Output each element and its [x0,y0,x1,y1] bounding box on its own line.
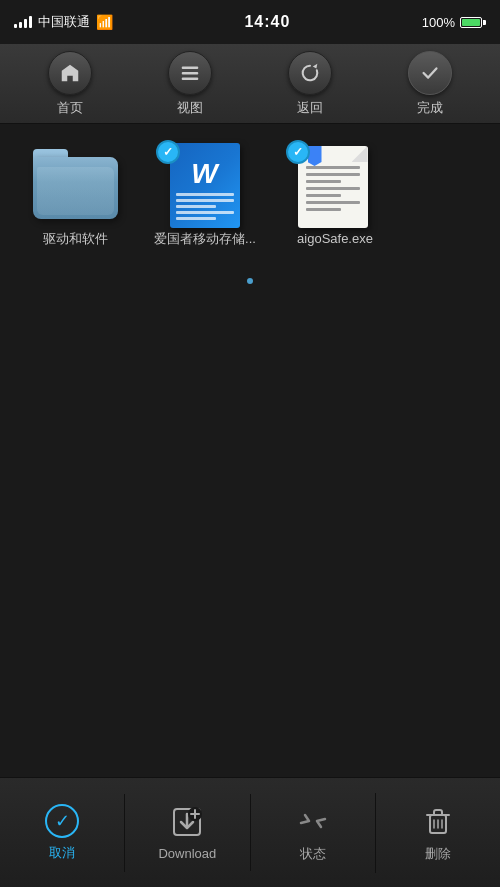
check-icon [408,51,452,95]
bottom-bar: ✓ 取消 Download 状态 [0,777,500,887]
folder-icon-container [30,144,120,224]
download-button[interactable]: Download [125,794,250,871]
status-bar: 中国联通 📶 14:40 100% [0,0,500,44]
delete-label: 删除 [425,845,451,863]
word-label: 爱国者移动存储... [154,230,256,248]
word-icon-container: ✓ W [160,144,250,224]
selected-badge-word: ✓ [156,140,180,164]
status-left: 中国联通 📶 [14,13,113,31]
toolbar: 首页 视图 返回 完成 [0,44,500,124]
svg-rect-0 [182,66,199,68]
cancel-button[interactable]: ✓ 取消 [0,794,125,872]
wifi-icon: 📶 [96,14,113,30]
status-button[interactable]: 状态 [251,793,376,873]
status-right: 100% [422,15,486,30]
status-label: 状态 [300,845,326,863]
back-icon [288,51,332,95]
status-icon [295,803,331,839]
home-label: 首页 [57,99,83,117]
file-item-word[interactable]: ✓ W 爱国者移动存储... [150,144,260,248]
folder-label: 驱动和软件 [43,230,108,248]
folder-icon [33,149,118,219]
signal-icon [14,16,32,28]
download-label: Download [158,846,216,861]
exe-label: aigoSafe.exe [297,230,373,248]
file-item-exe[interactable]: ✓ [280,144,390,248]
view-label: 视图 [177,99,203,117]
exe-icon-container: ✓ [290,144,380,224]
toolbar-done-button[interactable]: 完成 [400,51,460,117]
menu-icon [168,51,212,95]
svg-rect-2 [182,77,199,79]
toolbar-view-button[interactable]: 视图 [160,51,220,117]
done-label: 完成 [417,99,443,117]
cancel-label: 取消 [49,844,75,862]
back-label: 返回 [297,99,323,117]
battery-icon [460,17,486,28]
delete-button[interactable]: 删除 [376,793,500,873]
active-dot [247,278,253,284]
toolbar-home-button[interactable]: 首页 [40,51,100,117]
toolbar-back-button[interactable]: 返回 [280,51,340,117]
download-icon [169,804,205,840]
clock: 14:40 [244,13,290,31]
selected-badge-exe: ✓ [286,140,310,164]
file-browser: 驱动和软件 ✓ W [0,124,500,777]
file-grid: 驱动和软件 ✓ W [0,124,500,268]
trash-icon [420,803,456,839]
svg-rect-1 [182,72,199,74]
carrier-label: 中国联通 [38,13,90,31]
page-indicator [0,268,500,294]
file-item-folder[interactable]: 驱动和软件 [20,144,130,248]
cancel-icon: ✓ [45,804,79,838]
home-icon [48,51,92,95]
battery-percent: 100% [422,15,455,30]
